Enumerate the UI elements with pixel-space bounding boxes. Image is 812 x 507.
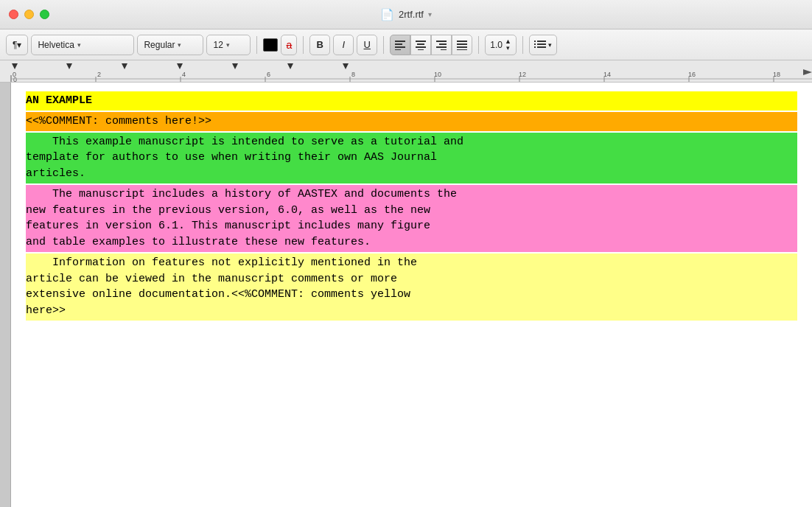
text-block-green[interactable]: This example manuscript is intended to s… (26, 133, 797, 183)
toolbar-separator-1 (256, 36, 257, 54)
yellow-text: Information on features not explicitly m… (26, 254, 797, 321)
svg-text:18: 18 (773, 71, 780, 78)
list-chevron-icon: ▾ (548, 41, 552, 49)
comment1-text: <<%COMMENT: comments here!>> (26, 112, 797, 131)
svg-rect-8 (436, 41, 447, 42)
text-block-title[interactable]: AN EXAMPLE (26, 91, 797, 111)
svg-text:12: 12 (519, 71, 526, 78)
svg-text:0: 0 (13, 71, 16, 78)
toolbar-separator-5 (522, 36, 523, 54)
window-title: 📄 2rtf.rtf ▾ (380, 8, 432, 21)
svg-rect-20 (534, 43, 536, 45)
document-icon: 📄 (380, 8, 394, 21)
svg-rect-12 (457, 41, 467, 42)
svg-rect-6 (416, 46, 426, 48)
toolbar: ¶ ▾ Helvetica ▾ Regular ▾ 12 ▾ a B I U (0, 29, 812, 60)
line-spacing-label: 1.0 (490, 40, 503, 50)
svg-text:10: 10 (434, 71, 441, 78)
italic-button[interactable]: I (333, 35, 354, 55)
list-icon (534, 40, 546, 50)
svg-rect-16 (537, 41, 546, 42)
svg-text:16: 16 (688, 71, 696, 78)
underline-icon: U (364, 39, 371, 50)
svg-rect-0 (395, 41, 405, 42)
svg-rect-19 (534, 41, 536, 42)
bold-icon: B (317, 39, 323, 50)
titlebar: 📄 2rtf.rtf ▾ (0, 0, 812, 29)
align-center-icon (416, 40, 426, 50)
svg-text:8: 8 (351, 71, 355, 78)
align-left-icon (395, 40, 405, 50)
svg-text:4: 4 (182, 71, 186, 78)
svg-rect-14 (457, 46, 467, 48)
title-chevron-icon[interactable]: ▾ (428, 10, 432, 18)
toolbar-separator-2 (303, 36, 304, 54)
strikethrough-button[interactable]: a (281, 35, 297, 55)
svg-rect-4 (416, 41, 426, 42)
underline-button[interactable]: U (357, 35, 377, 55)
minimize-button[interactable] (24, 10, 34, 19)
svg-rect-10 (436, 46, 447, 48)
svg-text:6: 6 (267, 71, 270, 78)
svg-rect-17 (537, 43, 546, 45)
svg-marker-30 (343, 63, 349, 69)
font-style-label: Regular (144, 40, 175, 50)
align-justify-button[interactable] (452, 35, 472, 55)
svg-rect-18 (537, 46, 546, 48)
pink-text: The manuscript includes a history of AAS… (26, 185, 797, 252)
svg-text:2: 2 (97, 71, 101, 78)
svg-marker-25 (66, 63, 72, 69)
maximize-button[interactable] (40, 10, 49, 19)
svg-rect-1 (395, 43, 402, 45)
svg-rect-2 (395, 46, 405, 48)
text-block-yellow[interactable]: Information on features not explicitly m… (26, 254, 797, 321)
svg-rect-15 (457, 49, 467, 50)
toolbar-separator-3 (383, 36, 384, 54)
svg-marker-29 (287, 63, 293, 69)
svg-marker-52 (803, 69, 812, 75)
align-center-button[interactable] (410, 35, 431, 55)
left-margin (0, 83, 11, 507)
filename-label: 2rtf.rtf (399, 9, 424, 20)
svg-marker-22 (12, 63, 18, 69)
font-family-selector[interactable]: Helvetica ▾ (31, 35, 134, 55)
page-content[interactable]: AN EXAMPLE <<%COMMENT: comments here!>> … (11, 83, 812, 331)
font-size-selector[interactable]: 12 ▾ (206, 35, 251, 55)
svg-marker-28 (232, 63, 238, 69)
font-style-selector[interactable]: Regular ▾ (137, 35, 203, 55)
svg-rect-5 (417, 43, 424, 45)
toolbar-separator-4 (478, 36, 479, 54)
svg-rect-21 (534, 46, 536, 48)
font-size-label: 12 (213, 40, 223, 50)
paragraph-style-button[interactable]: ¶ ▾ (6, 35, 28, 55)
svg-rect-13 (457, 43, 467, 45)
list-button[interactable]: ▾ (529, 35, 557, 55)
italic-icon: I (342, 39, 345, 50)
green-text: This example manuscript is intended to s… (26, 133, 797, 183)
text-color-picker[interactable] (263, 38, 278, 52)
align-right-button[interactable] (431, 35, 452, 55)
document-area: AN EXAMPLE <<%COMMENT: comments here!>> … (0, 83, 812, 507)
alignment-group (390, 35, 472, 55)
align-left-button[interactable] (390, 35, 410, 55)
svg-rect-9 (439, 43, 447, 45)
text-block-comment1[interactable]: <<%COMMENT: comments here!>> (26, 112, 797, 131)
text-color-swatch (263, 38, 278, 52)
text-block-pink[interactable]: The manuscript includes a history of AAS… (26, 185, 797, 252)
title-text: AN EXAMPLE (26, 91, 797, 111)
align-justify-icon (457, 40, 467, 50)
line-spacing-button[interactable]: 1.0 ▲▾ (485, 35, 517, 55)
font-family-chevron-icon: ▾ (77, 41, 81, 49)
page[interactable]: AN EXAMPLE <<%COMMENT: comments here!>> … (11, 83, 812, 507)
bold-button[interactable]: B (309, 35, 330, 55)
traffic-lights (9, 10, 49, 19)
line-spacing-chevron-icon: ▲▾ (505, 38, 511, 52)
align-right-icon (436, 40, 447, 50)
close-button[interactable] (9, 10, 18, 19)
font-size-chevron-icon: ▾ (226, 41, 230, 49)
svg-rect-7 (418, 49, 424, 50)
ruler-svg: 0 0 2 4 6 8 10 12 14 16 18 (0, 60, 812, 83)
svg-marker-26 (122, 63, 127, 69)
font-style-chevron-icon: ▾ (178, 41, 181, 49)
svg-marker-27 (177, 63, 183, 69)
